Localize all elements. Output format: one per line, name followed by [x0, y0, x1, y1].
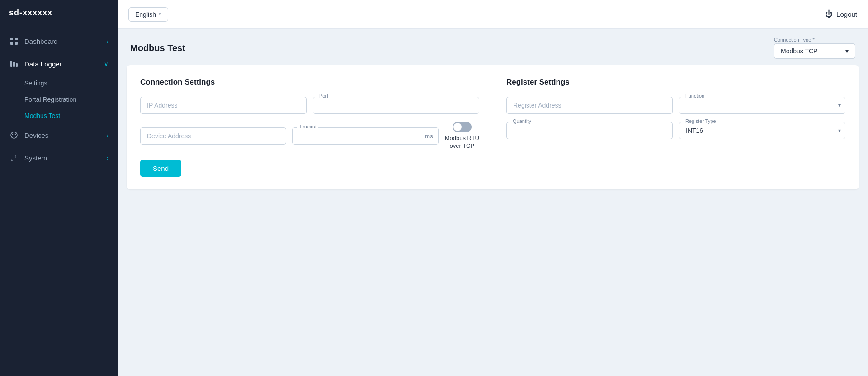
bars-icon [9, 59, 19, 69]
sidebar-item-devices-label: Devices [24, 132, 48, 139]
device-timeout-row: Timeout 200 ms Modbus RTU over TCP [140, 122, 479, 150]
sidebar-sub-settings[interactable]: Settings [0, 75, 118, 91]
device-address-input[interactable] [140, 127, 286, 145]
quantity-type-row: Quantity 1 Register Type INT16 INT32 FLO… [506, 122, 845, 139]
timeout-field[interactable]: Timeout 200 ms [292, 127, 439, 145]
register-settings-title: Register Settings [506, 78, 845, 87]
power-icon: ⏻ [825, 10, 833, 19]
connection-type-value: Modbus TCP [781, 47, 817, 55]
connection-type-select[interactable]: Modbus TCP ▾ [774, 43, 855, 59]
modbus-rtu-toggle-group: Modbus RTU over TCP [445, 122, 479, 150]
connection-type-group: Connection Type * Modbus TCP ▾ [774, 37, 855, 59]
timeout-input[interactable]: 200 [292, 127, 439, 145]
system-chevron: › [107, 155, 108, 161]
sidebar-item-data-logger-label: Data Logger [24, 60, 62, 68]
sidebar-sub-settings-label: Settings [24, 80, 47, 87]
register-type-label: Register Type [684, 118, 718, 124]
logout-label: Logout [836, 10, 857, 18]
svg-rect-1 [15, 38, 18, 40]
plug-icon [9, 130, 19, 140]
register-settings-section: Register Settings Function Read Coils (F… [506, 78, 845, 177]
main-content: English ▾ ⏻ Logout Modbus Test Connectio… [118, 0, 868, 376]
connection-type-label: Connection Type * [774, 37, 855, 42]
ip-address-field[interactable] [140, 97, 307, 114]
language-chevron-icon: ▾ [159, 11, 161, 17]
dashboard-chevron: › [107, 38, 108, 45]
svg-rect-3 [15, 42, 18, 45]
page-content: Modbus Test Connection Type * Modbus TCP… [118, 29, 868, 376]
quantity-label: Quantity [511, 118, 533, 124]
register-address-field[interactable] [506, 97, 673, 114]
sidebar-item-dashboard-label: Dashboard [24, 38, 57, 45]
wrench-icon [9, 153, 19, 163]
port-field[interactable]: Port 502 [313, 97, 479, 114]
language-selector[interactable]: English ▾ [128, 7, 168, 22]
port-label: Port [317, 93, 330, 99]
header: English ▾ ⏻ Logout [118, 0, 868, 29]
sidebar-logo: sd-xxxxxx [0, 0, 118, 26]
connection-settings-title: Connection Settings [140, 78, 479, 87]
sidebar-sub-portal-registration[interactable]: Portal Registration [0, 91, 118, 108]
quantity-input[interactable]: 1 [506, 122, 673, 139]
port-input[interactable]: 502 [313, 97, 479, 114]
connection-type-chevron-icon: ▾ [845, 47, 849, 55]
svg-rect-4 [10, 61, 12, 67]
svg-point-7 [11, 132, 17, 138]
function-select[interactable]: Read Coils (FC1) Read Discrete Inputs (F… [679, 97, 845, 114]
svg-point-8 [12, 134, 13, 135]
devices-chevron: › [107, 132, 108, 139]
register-type-select[interactable]: INT16 INT32 FLOAT32 UINT16 [679, 122, 845, 139]
svg-point-9 [15, 134, 16, 135]
settings-card: Connection Settings Port 502 [127, 65, 859, 189]
sidebar: sd-xxxxxx Dashboard › [0, 0, 118, 376]
toggle-knob [453, 123, 462, 131]
modbus-rtu-label: Modbus RTU over TCP [445, 135, 479, 150]
card-grid: Connection Settings Port 502 [140, 78, 845, 177]
send-button[interactable]: Send [140, 160, 181, 177]
connection-settings-section: Connection Settings Port 502 [140, 78, 479, 177]
data-logger-chevron: ∨ [104, 61, 108, 67]
svg-rect-2 [10, 42, 13, 45]
logout-button[interactable]: ⏻ Logout [825, 10, 857, 19]
register-function-row: Function Read Coils (FC1) Read Discrete … [506, 97, 845, 114]
page-header: Modbus Test Connection Type * Modbus TCP… [118, 29, 868, 65]
function-select-group[interactable]: Function Read Coils (FC1) Read Discrete … [679, 97, 845, 114]
sidebar-sub-modbus-label: Modbus Test [24, 112, 60, 119]
sidebar-item-system-label: System [24, 154, 47, 162]
sidebar-nav: Dashboard › Data Logger ∨ Settings Porta… [0, 26, 118, 376]
language-label: English [135, 11, 156, 18]
timeout-unit: ms [425, 132, 433, 139]
sidebar-item-devices[interactable]: Devices › [0, 124, 118, 146]
sidebar-sub-modbus-test[interactable]: Modbus Test [0, 108, 118, 124]
svg-rect-0 [10, 38, 13, 40]
sidebar-item-data-logger[interactable]: Data Logger ∨ [0, 52, 118, 75]
sidebar-sub-portal-label: Portal Registration [24, 96, 76, 103]
svg-rect-5 [13, 62, 15, 67]
ip-port-row: Port 502 [140, 97, 479, 114]
sidebar-item-system[interactable]: System › [0, 146, 118, 169]
register-address-input[interactable] [506, 97, 673, 114]
grid-icon [9, 36, 19, 46]
quantity-field[interactable]: Quantity 1 [506, 122, 673, 139]
svg-point-10 [11, 160, 13, 161]
modbus-rtu-toggle[interactable] [453, 122, 472, 132]
function-label: Function [684, 93, 706, 99]
page-title: Modbus Test [130, 43, 185, 53]
sidebar-item-dashboard[interactable]: Dashboard › [0, 30, 118, 52]
svg-rect-6 [16, 63, 18, 67]
ip-address-input[interactable] [140, 97, 307, 114]
timeout-label: Timeout [297, 124, 318, 129]
device-address-field[interactable] [140, 127, 286, 145]
register-type-select-group[interactable]: Register Type INT16 INT32 FLOAT32 UINT16… [679, 122, 845, 139]
